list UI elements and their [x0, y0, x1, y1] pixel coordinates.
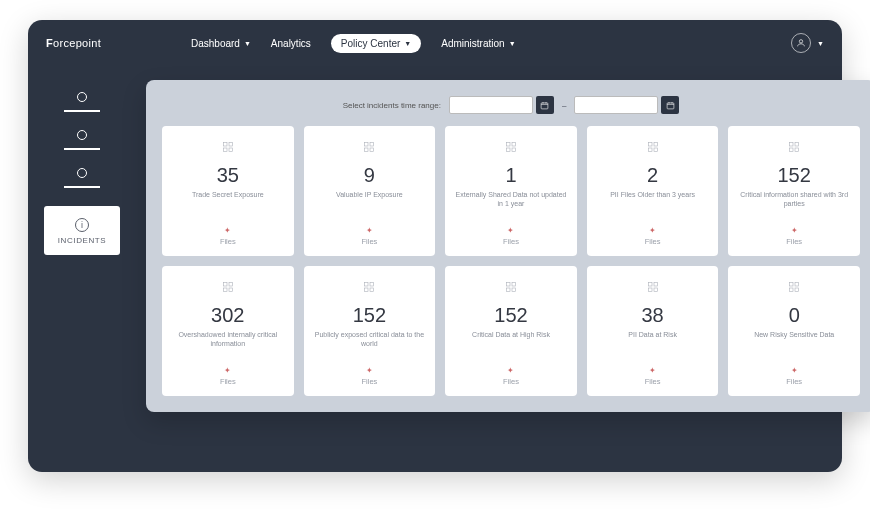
chevron-down-icon: ▼	[244, 40, 251, 47]
card-footer: ✦Files	[786, 366, 802, 386]
card-footer-label: Files	[645, 237, 661, 246]
nav-item-dashboard[interactable]: Dashboard▼	[191, 38, 251, 49]
chevron-down-icon[interactable]: ▼	[817, 40, 824, 47]
nav-item-label: Policy Center	[341, 38, 400, 49]
card-footer-label: Files	[220, 377, 236, 386]
svg-rect-30	[370, 288, 374, 292]
svg-rect-20	[795, 143, 799, 147]
nav-item-label: Dashboard	[191, 38, 240, 49]
incident-card-grid: 35Trade Secret Exposure✦Files9Valuable I…	[162, 126, 860, 396]
file-icon: ✦	[224, 226, 231, 235]
svg-rect-26	[229, 288, 233, 292]
card-footer-label: Files	[786, 237, 802, 246]
incident-card[interactable]: 38PII Data at Risk✦Files	[587, 266, 719, 396]
placeholder-line	[64, 110, 100, 112]
svg-rect-37	[648, 288, 652, 292]
calendar-icon	[540, 101, 549, 110]
file-icon: ✦	[366, 226, 373, 235]
svg-rect-17	[648, 148, 652, 152]
card-footer-label: Files	[361, 377, 377, 386]
incident-card[interactable]: 152Critical information shared with 3rd …	[728, 126, 860, 256]
card-title: Publicly exposed critical data to the wo…	[312, 331, 428, 349]
topbar-right: ▼	[791, 33, 824, 53]
incident-card[interactable]: 302Overshadowed internally critical info…	[162, 266, 294, 396]
card-title: Critical information shared with 3rd par…	[736, 191, 852, 209]
card-value: 2	[647, 164, 658, 187]
chevron-down-icon: ▼	[509, 40, 516, 47]
sidebar-item-placeholder[interactable]	[64, 168, 100, 188]
card-title: Externally Shared Data not updated in 1 …	[453, 191, 569, 209]
card-footer: ✦Files	[361, 366, 377, 386]
svg-rect-13	[506, 148, 510, 152]
svg-rect-38	[654, 288, 658, 292]
svg-point-0	[799, 40, 802, 43]
card-title: Valuable IP Exposure	[336, 191, 403, 209]
nav-item-analytics[interactable]: Analytics	[271, 38, 311, 49]
sidebar: i INCIDENTS	[28, 66, 136, 472]
incident-card[interactable]: 35Trade Secret Exposure✦Files	[162, 126, 294, 256]
incident-card[interactable]: 9Valuable IP Exposure✦Files	[304, 126, 436, 256]
card-value: 1	[505, 164, 516, 187]
svg-rect-24	[229, 283, 233, 287]
svg-rect-16	[654, 143, 658, 147]
card-icon	[644, 278, 662, 296]
svg-rect-42	[795, 288, 799, 292]
file-icon: ✦	[649, 366, 656, 375]
circle-icon	[77, 130, 87, 140]
grid-icon	[788, 281, 800, 293]
time-range-bar: Select incidents time range: –	[162, 96, 860, 114]
nav-item-administration[interactable]: Administration▼	[441, 38, 515, 49]
sidebar-item-placeholder[interactable]	[64, 92, 100, 112]
incident-card[interactable]: 0New Risky Sensitive Data✦Files	[728, 266, 860, 396]
svg-rect-29	[365, 288, 369, 292]
svg-rect-41	[790, 288, 794, 292]
card-footer: ✦Files	[503, 226, 519, 246]
svg-rect-25	[223, 288, 227, 292]
card-footer: ✦Files	[361, 226, 377, 246]
card-icon	[219, 278, 237, 296]
incident-card[interactable]: 2PII Files Older than 3 years✦Files	[587, 126, 719, 256]
chevron-down-icon: ▼	[404, 40, 411, 47]
end-date-picker-button[interactable]	[661, 96, 679, 114]
card-value: 0	[789, 304, 800, 327]
grid-icon	[647, 141, 659, 153]
nav-item-label: Analytics	[271, 38, 311, 49]
svg-rect-27	[365, 283, 369, 287]
user-avatar[interactable]	[791, 33, 811, 53]
brand-logo: Forcepoint	[46, 37, 101, 49]
file-icon: ✦	[366, 366, 373, 375]
incident-card[interactable]: 1Externally Shared Data not updated in 1…	[445, 126, 577, 256]
svg-rect-32	[512, 283, 516, 287]
top-navbar: Forcepoint Dashboard▼AnalyticsPolicy Cen…	[28, 20, 842, 66]
svg-rect-12	[512, 143, 516, 147]
incident-card[interactable]: 152Critical Data at High Risk✦Files	[445, 266, 577, 396]
svg-rect-39	[790, 283, 794, 287]
sidebar-item-placeholder[interactable]	[64, 130, 100, 150]
calendar-icon	[666, 101, 675, 110]
sidebar-item-incidents[interactable]: i INCIDENTS	[44, 206, 120, 255]
card-icon	[502, 278, 520, 296]
incident-card[interactable]: 152Publicly exposed critical data to the…	[304, 266, 436, 396]
card-value: 38	[641, 304, 663, 327]
svg-rect-23	[223, 283, 227, 287]
card-footer-label: Files	[503, 237, 519, 246]
card-title: Critical Data at High Risk	[472, 331, 550, 349]
file-icon: ✦	[649, 226, 656, 235]
end-date-input[interactable]	[574, 96, 658, 114]
card-footer: ✦Files	[786, 226, 802, 246]
svg-rect-21	[790, 148, 794, 152]
start-date-input[interactable]	[449, 96, 533, 114]
svg-rect-40	[795, 283, 799, 287]
svg-rect-3	[223, 143, 227, 147]
svg-rect-10	[370, 148, 374, 152]
main-panel: Select incidents time range: – 35Trade S…	[146, 80, 870, 412]
card-footer-label: Files	[645, 377, 661, 386]
svg-rect-2	[667, 102, 674, 108]
user-icon	[796, 38, 806, 48]
start-date-picker-button[interactable]	[536, 96, 554, 114]
nav-item-policy-center[interactable]: Policy Center▼	[331, 34, 421, 53]
card-icon	[360, 278, 378, 296]
card-footer: ✦Files	[220, 366, 236, 386]
card-value: 152	[353, 304, 386, 327]
svg-rect-8	[370, 143, 374, 147]
